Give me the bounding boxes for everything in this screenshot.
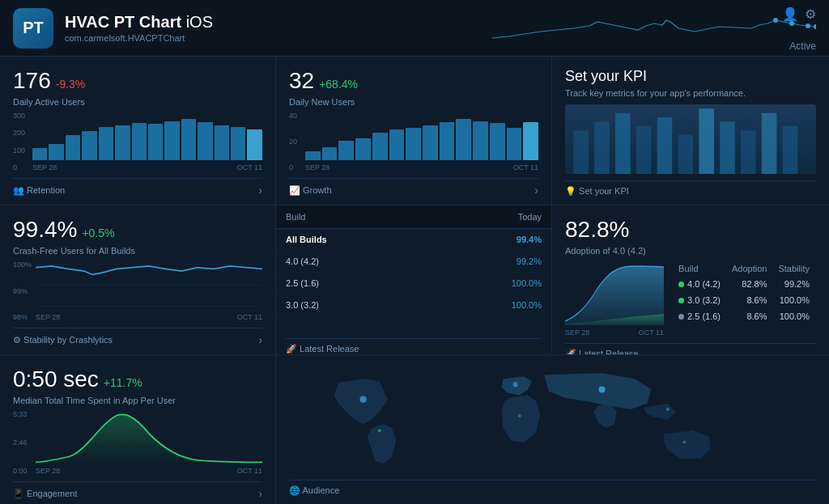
kpi-panel: Set your KPI Track key metrics for your … <box>552 57 829 205</box>
svg-rect-6 <box>615 113 631 174</box>
dnu-panel: 32 +68.4% Daily New Users 40200 SEP 28 O… <box>276 57 551 205</box>
adoption-table-row: 3.0 (3.2) 8.6% 100.0% <box>674 293 814 307</box>
dau-value: 176 <box>13 68 51 94</box>
svg-point-23 <box>518 414 521 417</box>
dau-bar <box>66 135 80 160</box>
dnu-bar <box>372 133 388 160</box>
svg-rect-4 <box>573 130 589 174</box>
dau-bar <box>132 123 147 160</box>
today-col-header: Today <box>427 205 551 229</box>
svg-point-21 <box>598 386 605 392</box>
build-table-row: 2.5 (1.6)100.0% <box>276 273 551 294</box>
adoption-table-container: Build Adoption Stability 4.0 (4.2) 82.8%… <box>672 260 816 337</box>
dnu-chevron[interactable]: › <box>534 184 538 197</box>
build-table-row: 4.0 (4.2)99.2% <box>276 251 551 273</box>
crash-value: 99.4% <box>13 217 77 243</box>
main-grid: 176 -9.3% Daily Active Users 3002001000 … <box>0 57 829 504</box>
header-icons: 👤 ⚙ <box>782 6 816 22</box>
svg-rect-10 <box>699 108 714 174</box>
adoption-value: 82.8% <box>565 217 629 243</box>
dau-bar <box>231 127 245 160</box>
dnu-bar <box>440 122 455 160</box>
dnu-bar <box>355 138 371 160</box>
crash-footer[interactable]: ⚙ Stability by Crashlytics › <box>13 328 262 346</box>
dau-bar <box>164 121 179 160</box>
adoption-table-row: 4.0 (4.2) 82.8% 99.2% <box>674 277 814 291</box>
svg-point-19 <box>359 396 366 403</box>
svg-point-24 <box>378 429 381 432</box>
svg-rect-5 <box>594 122 610 175</box>
app-icon: PT <box>13 8 53 49</box>
svg-rect-7 <box>636 126 652 174</box>
dnu-bar <box>423 125 438 160</box>
svg-point-25 <box>682 441 686 444</box>
app-info: HVAC PT Chart iOS com.carmelsoft.HVACPTC… <box>65 13 492 43</box>
svg-point-3 <box>814 24 816 29</box>
dau-bar <box>198 122 212 160</box>
dau-bar <box>99 127 113 160</box>
svg-point-0 <box>773 18 778 23</box>
kpi-subtitle: Track key metrics for your app's perform… <box>565 88 816 98</box>
svg-point-20 <box>513 382 518 387</box>
adoption-content: SEP 28 OCT 11 Build Adoption Stability 4… <box>565 260 816 337</box>
dnu-bar <box>473 121 488 160</box>
adoption-panel: 82.8% Adoption of 4.0 (4.2) <box>552 205 829 354</box>
time-change: +11.7% <box>104 376 142 389</box>
dau-bar <box>49 144 63 160</box>
dau-footer[interactable]: 👥 Retention › <box>13 178 262 197</box>
kpi-chart <box>565 104 816 174</box>
kpi-footer[interactable]: 💡 Set your KPI <box>565 180 816 197</box>
adoption-table-row: 2.5 (1.6) 8.6% 100.0% <box>674 309 814 324</box>
build-table: Build Today All Builds99.4%4.0 (4.2)99.2… <box>276 205 551 316</box>
build-table-row: All Builds99.4% <box>276 229 551 251</box>
header-sparkline <box>492 14 816 42</box>
svg-point-22 <box>666 408 670 411</box>
dnu-bar <box>406 128 421 160</box>
crash-change: +0.5% <box>82 227 114 239</box>
dau-bar <box>247 129 261 160</box>
svg-rect-12 <box>741 130 756 174</box>
dnu-label: Daily New Users <box>289 97 538 107</box>
build-table-row: 3.0 (3.2)100.0% <box>276 294 551 316</box>
svg-rect-14 <box>783 126 798 174</box>
build-footer[interactable]: 🚀 Latest Release <box>286 338 542 354</box>
dnu-bar <box>338 141 354 160</box>
dau-bar <box>32 148 47 160</box>
dau-chart: 3002001000 SEP 28 OCT 11 <box>13 112 262 172</box>
dnu-bar <box>456 119 471 160</box>
dnu-bar <box>507 128 522 160</box>
app-name: HVAC PT Chart iOS <box>65 13 492 32</box>
user-icon[interactable]: 👤 <box>782 6 798 22</box>
status-badge: Active <box>789 40 816 52</box>
crash-label: Crash-Free Users for All Builds <box>13 246 262 256</box>
dnu-bar <box>322 147 338 160</box>
dau-bar <box>82 131 96 160</box>
time-value: 0:50 sec <box>13 366 99 392</box>
time-chart: 5:332:460:00 <box>13 410 262 475</box>
dnu-bar <box>523 122 538 160</box>
svg-rect-13 <box>762 113 777 174</box>
dnu-footer[interactable]: 📈 Growth › <box>289 178 538 197</box>
dau-bar <box>148 124 163 160</box>
audience-footer[interactable]: 🌐 Audience <box>289 480 816 496</box>
time-chevron[interactable]: › <box>258 487 262 500</box>
gear-icon[interactable]: ⚙ <box>805 6 816 22</box>
kpi-title: Set your KPI <box>565 68 816 85</box>
time-label: Median Total Time Spent in App Per User <box>13 396 262 405</box>
svg-rect-9 <box>678 135 694 174</box>
adoption-footer[interactable]: 🚀 Latest Release <box>565 343 816 354</box>
dau-panel: 176 -9.3% Daily Active Users 3002001000 … <box>0 57 275 205</box>
dnu-value: 32 <box>289 68 314 94</box>
adoption-label: Adoption of 4.0 (4.2) <box>565 246 816 256</box>
dau-bar <box>181 119 196 160</box>
crash-chevron[interactable]: › <box>258 333 262 346</box>
time-footer[interactable]: 📱 Engagement › <box>13 481 262 500</box>
dau-label: Daily Active Users <box>13 97 262 107</box>
dau-change: -9.3% <box>56 78 86 91</box>
build-panel: Build Today All Builds99.4%4.0 (4.2)99.2… <box>276 205 551 354</box>
build-col-header: Build <box>276 205 427 229</box>
dau-bar <box>115 125 130 160</box>
crash-panel: 99.4% +0.5% Crash-Free Users for All Bui… <box>0 205 275 354</box>
dau-chevron[interactable]: › <box>258 184 262 197</box>
dnu-change: +68.4% <box>319 78 358 91</box>
